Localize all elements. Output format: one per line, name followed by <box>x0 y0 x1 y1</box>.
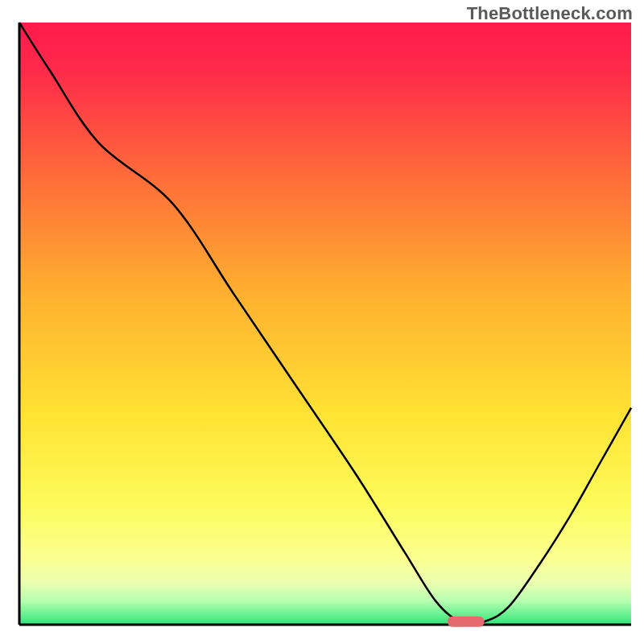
chart-container: { "watermark": "TheBottleneck.com", "cha… <box>0 0 644 644</box>
plot-background <box>19 23 631 625</box>
optimal-marker <box>448 617 485 627</box>
bottleneck-chart <box>0 0 644 644</box>
